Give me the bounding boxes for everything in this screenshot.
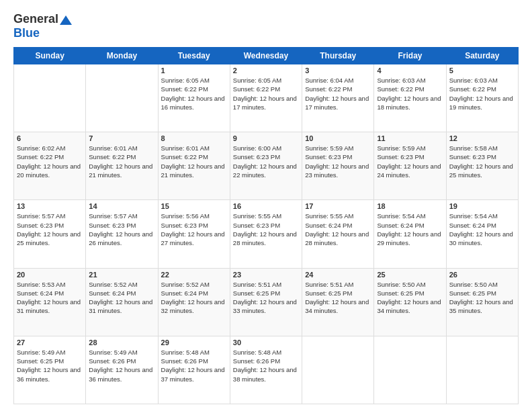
cell-info: Sunrise: 5:59 AMSunset: 6:23 PMDaylight:… bbox=[377, 144, 443, 179]
calendar-cell: 17Sunrise: 5:55 AMSunset: 6:24 PMDayligh… bbox=[302, 200, 374, 268]
cell-day-number: 23 bbox=[233, 271, 299, 279]
cell-info: Sunrise: 5:56 AMSunset: 6:23 PMDaylight:… bbox=[161, 212, 227, 247]
cell-day-number: 3 bbox=[305, 66, 371, 75]
cell-info: Sunrise: 5:52 AMSunset: 6:24 PMDaylight:… bbox=[89, 280, 154, 316]
calendar-cell: 8Sunrise: 6:01 AMSunset: 6:22 PMDaylight… bbox=[158, 132, 230, 200]
calendar-week-row: 6Sunrise: 6:02 AMSunset: 6:22 PMDaylight… bbox=[14, 132, 519, 200]
header: General Blue bbox=[13, 12, 519, 40]
cell-info: Sunrise: 5:55 AMSunset: 6:24 PMDaylight:… bbox=[305, 212, 371, 247]
calendar-cell: 3Sunrise: 6:04 AMSunset: 6:22 PMDaylight… bbox=[302, 64, 374, 132]
calendar-cell: 13Sunrise: 5:57 AMSunset: 6:23 PMDayligh… bbox=[14, 200, 86, 268]
cell-info: Sunrise: 6:02 AMSunset: 6:22 PMDaylight:… bbox=[17, 144, 83, 179]
cell-day-number: 6 bbox=[17, 134, 83, 142]
cell-info: Sunrise: 5:50 AMSunset: 6:25 PMDaylight:… bbox=[449, 280, 515, 316]
cell-info: Sunrise: 6:05 AMSunset: 6:22 PMDaylight:… bbox=[233, 76, 299, 111]
cell-info: Sunrise: 5:59 AMSunset: 6:23 PMDaylight:… bbox=[305, 144, 371, 179]
calendar-cell: 4Sunrise: 6:03 AMSunset: 6:22 PMDaylight… bbox=[374, 64, 446, 132]
calendar-cell: 26Sunrise: 5:50 AMSunset: 6:25 PMDayligh… bbox=[446, 268, 518, 336]
calendar-day-header: Monday bbox=[86, 48, 158, 64]
calendar-week-row: 20Sunrise: 5:53 AMSunset: 6:24 PMDayligh… bbox=[14, 268, 519, 336]
cell-day-number: 13 bbox=[17, 202, 83, 210]
calendar-cell: 11Sunrise: 5:59 AMSunset: 6:23 PMDayligh… bbox=[374, 132, 446, 200]
cell-info: Sunrise: 5:57 AMSunset: 6:23 PMDaylight:… bbox=[89, 212, 154, 247]
calendar-cell: 7Sunrise: 6:01 AMSunset: 6:22 PMDaylight… bbox=[86, 132, 158, 200]
calendar-cell: 28Sunrise: 5:49 AMSunset: 6:26 PMDayligh… bbox=[86, 336, 158, 404]
calendar-cell: 5Sunrise: 6:03 AMSunset: 6:22 PMDaylight… bbox=[446, 64, 518, 132]
calendar-cell bbox=[86, 64, 158, 132]
cell-info: Sunrise: 6:04 AMSunset: 6:22 PMDaylight:… bbox=[305, 76, 371, 111]
logo-icon bbox=[60, 15, 72, 25]
calendar-cell: 24Sunrise: 5:51 AMSunset: 6:25 PMDayligh… bbox=[302, 268, 374, 336]
calendar-day-header: Saturday bbox=[446, 48, 518, 64]
calendar-day-header: Sunday bbox=[14, 48, 86, 64]
calendar-week-row: 27Sunrise: 5:49 AMSunset: 6:25 PMDayligh… bbox=[14, 336, 519, 404]
cell-day-number: 26 bbox=[449, 271, 515, 279]
cell-info: Sunrise: 5:54 AMSunset: 6:24 PMDaylight:… bbox=[449, 212, 515, 247]
cell-info: Sunrise: 6:01 AMSunset: 6:22 PMDaylight:… bbox=[161, 144, 227, 179]
cell-info: Sunrise: 6:03 AMSunset: 6:22 PMDaylight:… bbox=[449, 76, 515, 111]
calendar-cell: 18Sunrise: 5:54 AMSunset: 6:24 PMDayligh… bbox=[374, 200, 446, 268]
cell-info: Sunrise: 5:51 AMSunset: 6:25 PMDaylight:… bbox=[305, 280, 371, 316]
cell-day-number: 1 bbox=[161, 66, 227, 75]
cell-day-number: 8 bbox=[161, 134, 227, 142]
calendar-cell bbox=[446, 336, 518, 404]
cell-day-number: 30 bbox=[233, 338, 299, 347]
page: General Blue SundayMondayTuesdayWednesda… bbox=[0, 0, 532, 411]
calendar-week-row: 13Sunrise: 5:57 AMSunset: 6:23 PMDayligh… bbox=[14, 200, 519, 268]
cell-info: Sunrise: 5:48 AMSunset: 6:26 PMDaylight:… bbox=[233, 348, 299, 383]
cell-day-number: 29 bbox=[161, 338, 227, 347]
cell-info: Sunrise: 6:01 AMSunset: 6:22 PMDaylight:… bbox=[89, 144, 154, 179]
cell-day-number: 11 bbox=[377, 134, 443, 142]
calendar-cell: 15Sunrise: 5:56 AMSunset: 6:23 PMDayligh… bbox=[158, 200, 230, 268]
cell-day-number: 17 bbox=[305, 202, 371, 210]
cell-info: Sunrise: 6:00 AMSunset: 6:23 PMDaylight:… bbox=[233, 144, 299, 179]
calendar-cell bbox=[14, 64, 86, 132]
cell-day-number: 19 bbox=[449, 202, 515, 210]
cell-info: Sunrise: 5:57 AMSunset: 6:23 PMDaylight:… bbox=[17, 212, 83, 247]
cell-day-number: 7 bbox=[89, 134, 154, 142]
cell-day-number: 5 bbox=[449, 66, 515, 75]
cell-day-number: 4 bbox=[377, 66, 443, 75]
calendar-day-header: Wednesday bbox=[230, 48, 302, 64]
calendar-cell: 19Sunrise: 5:54 AMSunset: 6:24 PMDayligh… bbox=[446, 200, 518, 268]
cell-info: Sunrise: 5:51 AMSunset: 6:25 PMDaylight:… bbox=[233, 280, 299, 316]
cell-info: Sunrise: 5:50 AMSunset: 6:25 PMDaylight:… bbox=[377, 280, 443, 316]
cell-info: Sunrise: 6:03 AMSunset: 6:22 PMDaylight:… bbox=[377, 76, 443, 111]
cell-day-number: 24 bbox=[305, 271, 371, 279]
cell-day-number: 21 bbox=[89, 271, 154, 279]
logo: General Blue bbox=[13, 12, 72, 40]
calendar-day-header: Friday bbox=[374, 48, 446, 64]
calendar-cell bbox=[302, 336, 374, 404]
cell-info: Sunrise: 6:05 AMSunset: 6:22 PMDaylight:… bbox=[161, 76, 227, 111]
calendar-cell: 30Sunrise: 5:48 AMSunset: 6:26 PMDayligh… bbox=[230, 336, 302, 404]
cell-info: Sunrise: 5:58 AMSunset: 6:23 PMDaylight:… bbox=[449, 144, 515, 179]
cell-day-number: 14 bbox=[89, 202, 154, 210]
cell-day-number: 27 bbox=[17, 338, 83, 347]
calendar-cell: 6Sunrise: 6:02 AMSunset: 6:22 PMDaylight… bbox=[14, 132, 86, 200]
cell-day-number: 10 bbox=[305, 134, 371, 142]
calendar-table: SundayMondayTuesdayWednesdayThursdayFrid… bbox=[13, 47, 519, 404]
calendar-cell: 22Sunrise: 5:52 AMSunset: 6:24 PMDayligh… bbox=[158, 268, 230, 336]
cell-day-number: 15 bbox=[161, 202, 227, 210]
calendar-cell bbox=[374, 336, 446, 404]
logo-blue: Blue bbox=[13, 26, 40, 40]
cell-info: Sunrise: 5:53 AMSunset: 6:24 PMDaylight:… bbox=[17, 280, 83, 316]
logo-general: General bbox=[13, 12, 58, 26]
calendar-cell: 20Sunrise: 5:53 AMSunset: 6:24 PMDayligh… bbox=[14, 268, 86, 336]
cell-info: Sunrise: 5:48 AMSunset: 6:26 PMDaylight:… bbox=[161, 348, 227, 383]
cell-info: Sunrise: 5:55 AMSunset: 6:23 PMDaylight:… bbox=[233, 212, 299, 247]
calendar-day-header: Thursday bbox=[302, 48, 374, 64]
calendar-cell: 2Sunrise: 6:05 AMSunset: 6:22 PMDaylight… bbox=[230, 64, 302, 132]
calendar-cell: 16Sunrise: 5:55 AMSunset: 6:23 PMDayligh… bbox=[230, 200, 302, 268]
calendar-header-row: SundayMondayTuesdayWednesdayThursdayFrid… bbox=[14, 48, 519, 64]
calendar-cell: 29Sunrise: 5:48 AMSunset: 6:26 PMDayligh… bbox=[158, 336, 230, 404]
cell-info: Sunrise: 5:49 AMSunset: 6:26 PMDaylight:… bbox=[89, 348, 154, 383]
cell-day-number: 9 bbox=[233, 134, 299, 142]
calendar-cell: 10Sunrise: 5:59 AMSunset: 6:23 PMDayligh… bbox=[302, 132, 374, 200]
cell-day-number: 18 bbox=[377, 202, 443, 210]
calendar-cell: 1Sunrise: 6:05 AMSunset: 6:22 PMDaylight… bbox=[158, 64, 230, 132]
calendar-day-header: Tuesday bbox=[158, 48, 230, 64]
cell-day-number: 2 bbox=[233, 66, 299, 75]
calendar-cell: 14Sunrise: 5:57 AMSunset: 6:23 PMDayligh… bbox=[86, 200, 158, 268]
cell-info: Sunrise: 5:54 AMSunset: 6:24 PMDaylight:… bbox=[377, 212, 443, 247]
